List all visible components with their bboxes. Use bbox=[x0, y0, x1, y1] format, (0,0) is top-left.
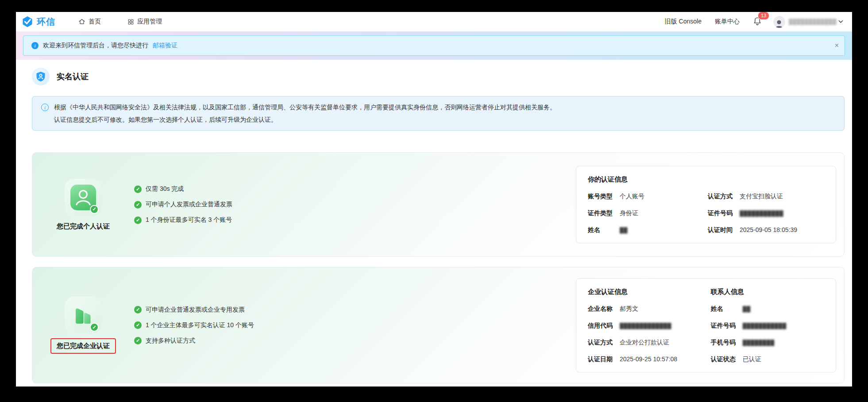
personal-auth-fields: 账号类型 个人账号 认证方式 支付宝扫脸认证 证件类型 身份证 证件号码 ███… bbox=[588, 193, 824, 234]
main-content: 实名认证 i 根据《中华人民共和国网络安全法》及相关法律法规，以及国家工信部，通… bbox=[16, 60, 852, 383]
feature-item: ✓ 1 个身份证最多可实名 3 个账号 bbox=[134, 216, 232, 224]
field-account-type: 账号类型 个人账号 bbox=[588, 193, 704, 201]
enterprise-panel-columns: 企业认证信息 企业名称 郝秀文 信用代码 █████████████ 认证方式 … bbox=[588, 287, 824, 363]
welcome-banner: i 欢迎来到环信管理后台，请您尽快进行邮箱验证 × bbox=[23, 35, 845, 56]
company-info-column: 企业认证信息 企业名称 郝秀文 信用代码 █████████████ 认证方式 … bbox=[588, 287, 711, 363]
verified-check-badge-icon: ✓ bbox=[90, 323, 99, 332]
info-outline-icon: i bbox=[41, 104, 49, 111]
banner-text: 欢迎来到环信管理后台，请您尽快进行 bbox=[43, 42, 148, 50]
field-auth-date: 认证日期 2025-09-25 10:57:08 bbox=[588, 355, 711, 363]
field-auth-method: 认证方式 企业对公打款认证 bbox=[588, 338, 711, 346]
page-header: 实名认证 bbox=[32, 68, 845, 85]
brand-name: 环信 bbox=[37, 16, 55, 28]
policy-notice-text: 根据《中华人民共和国网络安全法》及相关法律法规，以及国家工信部，通信管理局、公安… bbox=[54, 101, 556, 126]
avatar[interactable] bbox=[773, 16, 785, 28]
feature-item: ✓ 支持多种认证方式 bbox=[134, 337, 254, 345]
field-contact-id-number: 证件号码 ███████████ bbox=[711, 321, 824, 329]
enterprise-status-label-highlighted: 您已完成企业认证 bbox=[50, 338, 116, 354]
old-console-link[interactable]: 旧版 Console bbox=[665, 18, 702, 26]
main-nav: 首页 应用管理 bbox=[78, 18, 189, 26]
nav-item-home[interactable]: 首页 bbox=[78, 18, 101, 26]
personal-status-label: 您已完成个人认证 bbox=[57, 222, 110, 231]
redacted-value: ██ bbox=[620, 227, 628, 233]
nav-home-label: 首页 bbox=[89, 18, 101, 26]
personal-auth-info-panel: 你的认证信息 账号类型 个人账号 认证方式 支付宝扫脸认证 证件类型 身份证 bbox=[576, 166, 836, 244]
enterprise-auth-status: ✓ 您已完成企业认证 bbox=[46, 297, 121, 354]
check-circle-icon: ✓ bbox=[134, 321, 142, 329]
feature-item: ✓ 1 个企业主体最多可实名认证 10 个账号 bbox=[134, 321, 254, 329]
company-info-title: 企业认证信息 bbox=[588, 287, 711, 296]
user-email-masked: ████████████ bbox=[789, 19, 837, 25]
contact-info-column: 联系人信息 姓名 ██ 证件号码 ███████████ 手机号码 ██████… bbox=[711, 287, 824, 363]
personal-auth-tile: ✓ bbox=[65, 179, 102, 216]
policy-notice-line2: 认证信息提交后不可修改。如果您第一次选择个人认证，后续可升级为企业认证。 bbox=[54, 113, 556, 126]
field-id-type: 证件类型 身份证 bbox=[588, 209, 704, 217]
page-title: 实名认证 bbox=[57, 71, 89, 82]
nav-app-management-label: 应用管理 bbox=[137, 18, 162, 26]
top-bar: 环信 首页 应用管理 旧版 Console 账单中心 bbox=[16, 12, 852, 31]
info-filled-icon: i bbox=[31, 42, 39, 49]
check-circle-icon: ✓ bbox=[134, 337, 142, 344]
field-auth-method: 认证方式 支付宝扫脸认证 bbox=[708, 193, 824, 201]
email-verify-link[interactable]: 邮箱验证 bbox=[153, 42, 177, 50]
user-menu[interactable]: ████████████ bbox=[789, 19, 843, 25]
feature-item: ✓ 可申请企业普通发票或企业专用发票 bbox=[134, 306, 254, 314]
enterprise-auth-tile: ✓ bbox=[65, 297, 102, 334]
feature-text: 支持多种认证方式 bbox=[146, 337, 195, 345]
redacted-value: ████████ bbox=[743, 339, 775, 345]
redacted-value: ███████████ bbox=[743, 322, 787, 329]
check-circle-icon: ✓ bbox=[134, 186, 142, 193]
enterprise-auth-card: ✓ 您已完成企业认证 ✓ 可申请企业普通发票或企业专用发票 ✓ 1 个企业主体最… bbox=[32, 267, 845, 383]
page-title-badge bbox=[32, 68, 50, 85]
enterprise-feature-list: ✓ 可申请企业普通发票或企业专用发票 ✓ 1 个企业主体最多可实名认证 10 个… bbox=[134, 306, 254, 345]
hero-gradient-strip: i 欢迎来到环信管理后台，请您尽快进行邮箱验证 × bbox=[16, 31, 852, 60]
field-contact-phone: 手机号码 ████████ bbox=[711, 338, 824, 346]
personal-auth-card: ✓ 您已完成个人认证 ✓ 仅需 30s 完成 ✓ 可申请个人发票或企业普通发票 … bbox=[32, 152, 845, 257]
easemob-hexagon-icon bbox=[21, 15, 34, 28]
chevron-down-icon bbox=[838, 20, 843, 23]
feature-item: ✓ 仅需 30s 完成 bbox=[134, 185, 232, 193]
field-auth-time: 认证时间 2025-09-05 18:05:39 bbox=[708, 226, 824, 234]
billing-center-link[interactable]: 账单中心 bbox=[715, 18, 740, 26]
field-company-name: 企业名称 郝秀文 bbox=[588, 305, 711, 313]
user-silhouette-icon bbox=[774, 19, 784, 28]
check-circle-icon: ✓ bbox=[134, 201, 142, 209]
nav-item-app-management[interactable]: 应用管理 bbox=[127, 18, 162, 26]
feature-text: 可申请企业普通发票或企业专用发票 bbox=[146, 306, 245, 314]
notification-count-badge: 13 bbox=[758, 12, 769, 20]
app-window: 环信 首页 应用管理 旧版 Console 账单中心 bbox=[16, 12, 852, 387]
notifications-button[interactable]: 13 bbox=[753, 16, 762, 27]
brand-logo[interactable]: 环信 bbox=[21, 15, 55, 28]
policy-notice-line1: 根据《中华人民共和国网络安全法》及相关法律法规，以及国家工信部，通信管理局、公安… bbox=[54, 101, 556, 113]
top-bar-right: 旧版 Console 账单中心 13 ████████████ bbox=[665, 16, 843, 28]
home-icon bbox=[78, 18, 85, 25]
grid-icon bbox=[127, 19, 134, 25]
field-name: 姓名 ██ bbox=[588, 226, 704, 234]
field-id-number: 证件号码 ███████████ bbox=[708, 209, 824, 217]
redacted-value: ██ bbox=[743, 305, 751, 312]
personal-auth-status: ✓ 您已完成个人认证 bbox=[46, 179, 121, 231]
check-circle-icon: ✓ bbox=[134, 216, 142, 224]
feature-text: 仅需 30s 完成 bbox=[146, 185, 184, 193]
redacted-value: █████████████ bbox=[620, 322, 671, 329]
contact-info-title: 联系人信息 bbox=[711, 287, 824, 296]
panel-title: 你的认证信息 bbox=[588, 175, 824, 184]
field-auth-status: 认证状态 已认证 bbox=[711, 355, 824, 363]
feature-text: 1 个企业主体最多可实名认证 10 个账号 bbox=[146, 321, 254, 329]
field-credit-code: 信用代码 █████████████ bbox=[588, 321, 711, 329]
redacted-value: ███████████ bbox=[740, 210, 783, 216]
close-icon[interactable]: × bbox=[835, 42, 839, 50]
personal-feature-list: ✓ 仅需 30s 完成 ✓ 可申请个人发票或企业普通发票 ✓ 1 个身份证最多可… bbox=[134, 185, 232, 224]
feature-text: 可申请个人发票或企业普通发票 bbox=[146, 201, 232, 209]
policy-notice-box: i 根据《中华人民共和国网络安全法》及相关法律法规，以及国家工信部，通信管理局、… bbox=[32, 96, 845, 131]
shield-user-icon bbox=[36, 71, 46, 82]
feature-item: ✓ 可申请个人发票或企业普通发票 bbox=[134, 201, 232, 209]
field-contact-name: 姓名 ██ bbox=[711, 305, 824, 313]
verified-check-badge-icon: ✓ bbox=[90, 205, 99, 214]
enterprise-auth-info-panel: 企业认证信息 企业名称 郝秀文 信用代码 █████████████ 认证方式 … bbox=[576, 278, 836, 372]
feature-text: 1 个身份证最多可实名 3 个账号 bbox=[146, 216, 232, 224]
check-circle-icon: ✓ bbox=[134, 306, 142, 313]
